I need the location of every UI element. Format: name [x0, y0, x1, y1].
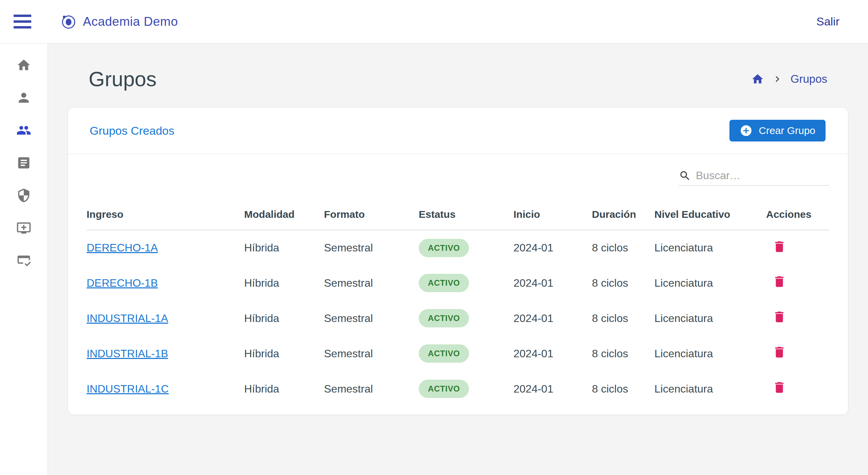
chevron-right-icon — [772, 73, 783, 85]
delete-button[interactable] — [772, 345, 786, 359]
group-link[interactable]: INDUSTRIAL-1B — [87, 347, 168, 360]
trash-icon — [772, 380, 786, 395]
table-row: DERECHO-1A Híbrida Semestral ACTIVO 2024… — [87, 230, 829, 265]
cell-inicio: 2024-01 — [513, 336, 592, 371]
col-header-formato: Formato — [324, 199, 419, 230]
group-link[interactable]: INDUSTRIAL-1A — [87, 312, 168, 324]
article-icon — [16, 155, 31, 170]
cell-nivel: Licenciatura — [654, 301, 766, 336]
sidebar-item-home[interactable] — [0, 49, 48, 81]
breadcrumb: Grupos — [751, 73, 827, 86]
search-icon — [679, 170, 691, 182]
sidebar-item-article[interactable] — [0, 147, 48, 179]
search-field[interactable] — [678, 167, 829, 186]
search-input[interactable] — [696, 169, 838, 182]
col-header-estatus: Estatus — [419, 199, 513, 230]
cell-duracion: 8 ciclos — [592, 336, 654, 371]
col-header-ingreso: Ingreso — [87, 199, 244, 230]
create-group-button-label: Crear Grupo — [759, 125, 815, 136]
app-logo-icon — [61, 14, 76, 29]
cell-modalidad: Híbrida — [244, 301, 324, 336]
group-link[interactable]: DERECHO-1A — [87, 242, 158, 254]
table-row: DERECHO-1B Híbrida Semestral ACTIVO 2024… — [87, 265, 829, 301]
delete-button[interactable] — [772, 380, 786, 395]
delete-button[interactable] — [772, 274, 786, 289]
cell-formato: Semestral — [324, 336, 419, 371]
group-link[interactable]: DERECHO-1B — [87, 277, 158, 289]
cell-formato: Semestral — [324, 265, 419, 301]
groups-card: Grupos Creados Crear Grupo — [68, 107, 848, 415]
cell-inicio: 2024-01 — [513, 230, 592, 265]
cell-duracion: 8 ciclos — [592, 301, 654, 336]
cell-inicio: 2024-01 — [513, 371, 592, 406]
app-bar: Academia Demo Salir — [0, 0, 868, 43]
status-badge: ACTIVO — [419, 239, 469, 257]
status-badge: ACTIVO — [419, 274, 469, 292]
cell-formato: Semestral — [324, 371, 419, 406]
groups-table: Ingreso Modalidad Formato Estatus Inicio… — [87, 199, 829, 406]
logout-link[interactable]: Salir — [816, 15, 839, 28]
breadcrumb-current: Grupos — [791, 73, 827, 86]
table-row: INDUSTRIAL-1A Híbrida Semestral ACTIVO 2… — [87, 301, 829, 336]
sidebar-item-security[interactable] — [0, 179, 48, 212]
table-row: INDUSTRIAL-1C Híbrida Semestral ACTIVO 2… — [87, 371, 829, 406]
brand: Academia Demo — [61, 14, 178, 29]
shield-icon — [16, 188, 31, 203]
cell-nivel: Licenciatura — [654, 265, 766, 301]
status-badge: ACTIVO — [419, 380, 469, 398]
col-header-acciones: Acciones — [766, 199, 829, 230]
col-header-inicio: Inicio — [513, 199, 592, 230]
create-group-button[interactable]: Crear Grupo — [729, 120, 826, 141]
col-header-modalidad: Modalidad — [244, 199, 324, 230]
col-header-nivel: Nivel Educativo — [654, 199, 766, 230]
breadcrumb-home-icon[interactable] — [751, 73, 764, 86]
cell-modalidad: Híbrida — [244, 230, 324, 265]
cell-inicio: 2024-01 — [513, 265, 592, 301]
cell-inicio: 2024-01 — [513, 301, 592, 336]
sidebar — [0, 43, 48, 475]
sidebar-item-card-check[interactable] — [0, 244, 48, 277]
cell-duracion: 8 ciclos — [592, 230, 654, 265]
home-icon — [16, 58, 31, 73]
card-check-icon — [16, 253, 31, 268]
cell-duracion: 8 ciclos — [592, 265, 654, 301]
menu-icon[interactable] — [14, 15, 31, 28]
sidebar-item-person[interactable] — [0, 81, 48, 114]
page-title: Grupos — [89, 67, 157, 91]
add-circle-icon — [740, 124, 753, 137]
sidebar-item-groups[interactable] — [0, 114, 48, 147]
cell-modalidad: Híbrida — [244, 371, 324, 406]
trash-icon — [772, 274, 786, 289]
cell-formato: Semestral — [324, 230, 419, 265]
delete-button[interactable] — [772, 240, 786, 254]
cell-modalidad: Híbrida — [244, 265, 324, 301]
trash-icon — [772, 310, 786, 324]
cell-nivel: Licenciatura — [654, 230, 766, 265]
card-title: Grupos Creados — [90, 124, 174, 137]
people-icon — [16, 123, 31, 138]
delete-button[interactable] — [772, 310, 786, 324]
trash-icon — [772, 345, 786, 359]
cell-formato: Semestral — [324, 301, 419, 336]
cell-modalidad: Híbrida — [244, 336, 324, 371]
trash-icon — [772, 240, 786, 254]
table-row: INDUSTRIAL-1B Híbrida Semestral ACTIVO 2… — [87, 336, 829, 371]
cell-nivel: Licenciatura — [654, 336, 766, 371]
brand-title: Academia Demo — [83, 15, 178, 29]
add-to-queue-icon — [16, 221, 31, 235]
main-content: Grupos Grupos Grupos Creados Crear Grupo — [48, 43, 868, 475]
cell-duracion: 8 ciclos — [592, 371, 654, 406]
group-link[interactable]: INDUSTRIAL-1C — [87, 383, 169, 395]
sidebar-item-add-to-queue[interactable] — [0, 212, 48, 244]
col-header-duracion: Duración — [592, 199, 654, 230]
person-icon — [16, 90, 31, 105]
status-badge: ACTIVO — [419, 344, 469, 363]
cell-nivel: Licenciatura — [654, 371, 766, 406]
table-header-row: Ingreso Modalidad Formato Estatus Inicio… — [87, 199, 829, 230]
status-badge: ACTIVO — [419, 309, 469, 327]
